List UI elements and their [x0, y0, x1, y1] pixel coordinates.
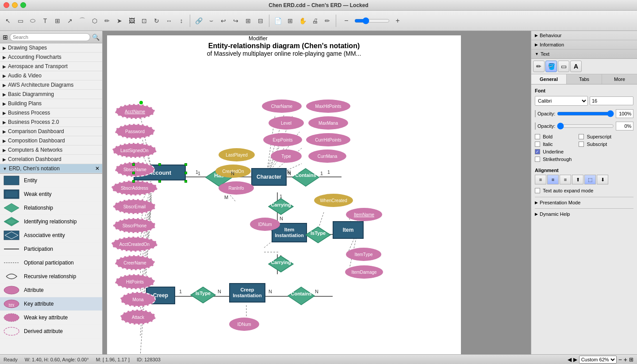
attr-item-type[interactable]: ItemType: [346, 248, 381, 261]
sidebar-item-accounting[interactable]: ▶Accounting Flowcharts: [0, 53, 102, 62]
handle-bm[interactable]: [158, 180, 161, 183]
select-tool[interactable]: ↖: [2, 15, 14, 27]
sidebar-item-audio[interactable]: ▶Audio & Video: [0, 71, 102, 80]
attr-attack[interactable]: Attack: [120, 310, 156, 325]
relationship-contains2[interactable]: Contains: [288, 287, 315, 307]
attr-curr-hit[interactable]: CurrHitPoints: [306, 133, 350, 146]
attr-hit-points[interactable]: HitPoints: [115, 274, 155, 289]
rotate-tool[interactable]: ↻: [150, 15, 163, 27]
attr-password[interactable]: Password: [115, 124, 155, 139]
rect-tool[interactable]: ▭: [14, 15, 27, 27]
rp-subscript-checkbox[interactable]: [579, 142, 584, 147]
attr-level[interactable]: Level: [269, 116, 304, 130]
rp-italic-checkbox[interactable]: [535, 142, 540, 147]
rp-opacity1-slider[interactable]: [557, 110, 614, 117]
maximize-button[interactable]: [20, 2, 26, 8]
attr-idnum1[interactable]: IDNum: [250, 218, 280, 231]
pen-tool[interactable]: ✏: [321, 15, 334, 27]
relationship-carrying2[interactable]: Carrying: [268, 256, 294, 274]
sidebar-grid-btn[interactable]: ⊞: [3, 34, 8, 41]
attr-mona[interactable]: Mona: [120, 292, 156, 307]
relationship-carrying1[interactable]: Carrying: [268, 198, 294, 216]
handle-tl[interactable]: [132, 163, 135, 166]
sidebar-item-drawing-shapes[interactable]: ▶Drawing Shapes: [0, 43, 102, 53]
rp-superscript-row[interactable]: Superscript: [579, 134, 611, 139]
attr-last-played[interactable]: LastPlayed: [219, 148, 255, 161]
fit-page[interactable]: ⊞: [284, 15, 296, 27]
zoom-select[interactable]: Custom 62% 25% 50% 75% 100% 150% 200%: [579, 356, 617, 364]
group-tool[interactable]: ⊞: [242, 15, 254, 27]
sidebar-item-business-process[interactable]: ▶Business Process: [0, 108, 102, 118]
attr-max-mana[interactable]: MaxMana: [308, 116, 348, 130]
rp-bold-row[interactable]: Bold: [535, 134, 572, 139]
freehand-tool[interactable]: ✏: [101, 15, 113, 27]
connector-tool[interactable]: ↗: [64, 15, 76, 27]
attr-ran-info[interactable]: RanInfo: [219, 181, 254, 195]
rp-presentation-mode[interactable]: ▶ Presentation Mode: [535, 197, 633, 207]
curve2-tool[interactable]: ⌣: [205, 15, 217, 27]
link-tool[interactable]: 🔗: [192, 15, 205, 27]
rp-opacity2-color[interactable]: [535, 123, 536, 130]
shape-entity[interactable]: Entity: [0, 174, 102, 188]
rp-auto-expand-row[interactable]: Text auto expand mode: [535, 188, 633, 193]
rp-subscript-row[interactable]: Subscript: [579, 142, 611, 147]
canvas-scroll[interactable]: 1 N N 1: [103, 31, 531, 354]
rp-underline-row[interactable]: ✓ Underline: [535, 149, 572, 154]
attr-char-name[interactable]: CharName: [262, 100, 302, 113]
flip-v-tool[interactable]: ↕: [175, 15, 188, 27]
page-view[interactable]: 📄: [272, 15, 284, 27]
sidebar-item-erd-chen[interactable]: ▼ ERD, Chen's notation ✕: [0, 164, 102, 173]
shape-weak-entity[interactable]: Weak entity: [0, 188, 102, 201]
relationship-contains1[interactable]: Contains: [292, 168, 319, 188]
sidebar-item-business-process-2[interactable]: ▶Business Process 2.0: [0, 118, 102, 127]
minimize-button[interactable]: [12, 2, 18, 8]
close-button[interactable]: [4, 2, 9, 8]
attr-creer-name[interactable]: CreerName: [115, 255, 155, 270]
rp-align-top[interactable]: ⬆: [572, 175, 583, 184]
entity-item[interactable]: Item: [333, 221, 364, 239]
rp-tab-general[interactable]: General: [531, 74, 567, 84]
sidebar-item-comparison[interactable]: ▶Comparison Dashboard: [0, 127, 102, 136]
attr-type[interactable]: Type: [271, 149, 302, 163]
attr-acct-name[interactable]: AcctName: [115, 104, 155, 119]
sidebar-item-aws[interactable]: ▶AWS Architecture Diagrams: [0, 80, 102, 90]
ungroup-tool[interactable]: ⊟: [254, 15, 267, 27]
close-panel-btn[interactable]: ✕: [95, 165, 100, 172]
handle-br[interactable]: [184, 180, 187, 183]
rp-font-family-select[interactable]: Calibri Arial Times New Roman: [535, 96, 588, 106]
rp-superscript-checkbox[interactable]: [579, 134, 584, 139]
handle-tr[interactable]: [184, 163, 187, 166]
nav-next[interactable]: ▶: [573, 356, 577, 363]
rp-tab-more[interactable]: More: [602, 74, 637, 84]
shape-recursive-relationship[interactable]: Recursive relationship: [0, 270, 102, 284]
shape-weak-key-attribute[interactable]: Weak key attribute: [0, 311, 102, 325]
table-tool[interactable]: ⊞: [51, 15, 64, 27]
handle-tm[interactable]: [158, 163, 161, 166]
attr-item-name[interactable]: ItemName: [346, 208, 382, 221]
rp-behaviour-section[interactable]: ▶ Behaviour: [531, 31, 637, 40]
canvas-area[interactable]: 1 N N 1: [103, 31, 531, 354]
text-tool[interactable]: T: [39, 15, 51, 27]
curve-tool[interactable]: ⌒: [76, 15, 88, 27]
zoom-out-btn[interactable]: −: [340, 15, 353, 27]
rp-auto-expand-checkbox[interactable]: [535, 188, 540, 193]
print-tool[interactable]: 🖨: [309, 15, 321, 27]
shape-derived-attribute[interactable]: Derived attribute: [0, 325, 102, 338]
attr-curr-mana[interactable]: CurrMana: [308, 149, 346, 163]
rp-text-section[interactable]: ▼ Text: [531, 50, 637, 58]
shape-optional-participation[interactable]: Optional participation: [0, 256, 102, 270]
shape-identifying-rel[interactable]: Identifying relationship: [0, 215, 102, 229]
shape-attribute[interactable]: Attribute: [0, 284, 102, 297]
crop-tool[interactable]: ⊡: [138, 15, 150, 27]
redo-tool[interactable]: ↪: [230, 15, 242, 27]
sidebar-item-building[interactable]: ▶Building Plans: [0, 99, 102, 108]
rp-underline-checkbox[interactable]: ✓: [535, 149, 540, 154]
hand-tool[interactable]: ✋: [296, 15, 309, 27]
rp-pen-btn[interactable]: ✏: [533, 61, 545, 72]
sidebar-item-computers[interactable]: ▶Computers & Networks: [0, 146, 102, 155]
shape-associative[interactable]: Associative entity: [0, 229, 102, 242]
rp-opacity2-value[interactable]: [616, 122, 633, 130]
attr-when-created[interactable]: WhenCreated: [314, 194, 353, 207]
rp-italic-row[interactable]: Italic: [535, 142, 572, 147]
rp-dynamic-help[interactable]: ▶ Dynamic Help: [535, 208, 633, 218]
